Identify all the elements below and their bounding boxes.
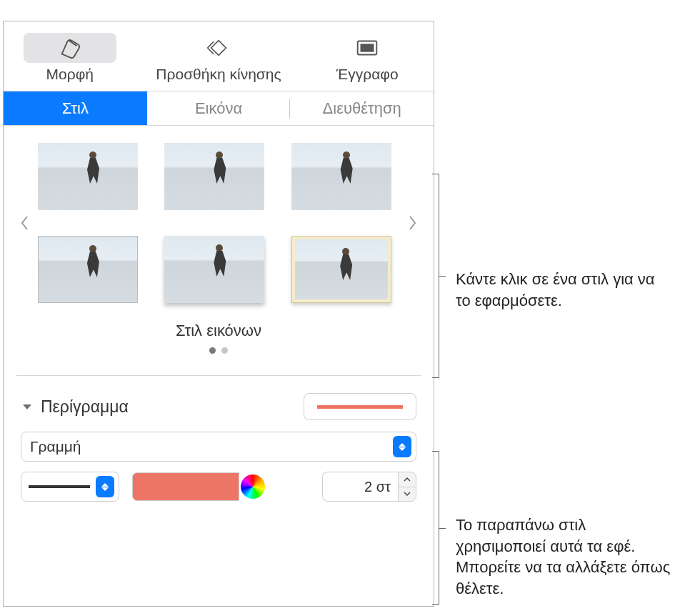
chevron-up-icon (404, 477, 411, 482)
border-width-stepper: 2 στ (322, 472, 416, 502)
format-tab[interactable]: Μορφή (24, 33, 116, 83)
border-title: Περίγραμμα (41, 397, 129, 417)
callout-bracket-2 (439, 451, 439, 605)
format-icon (24, 33, 116, 63)
stepper-up-button[interactable] (399, 472, 416, 487)
animate-tab[interactable]: Προσθήκη κίνησης (156, 33, 281, 83)
style-page-dots (16, 347, 421, 354)
tab-arrange[interactable]: Διευθέτηση (290, 91, 434, 125)
line-style-preview (29, 485, 90, 488)
callout-style-tip: Κάντε κλικ σε ένα στιλ για να το εφαρμόσ… (456, 269, 674, 311)
format-subtabs: Στιλ Εικόνα Διευθέτηση (4, 91, 434, 126)
image-style-picker: Στιλ εικόνων (4, 126, 434, 371)
style-section-title: Στιλ εικόνων (16, 322, 421, 340)
document-icon (321, 33, 414, 63)
border-disclosure[interactable]: Περίγραμμα (21, 397, 129, 417)
color-wheel-button[interactable] (241, 475, 265, 499)
border-type-value: Γραμμή (30, 438, 81, 455)
style-thumbnail-1[interactable] (38, 143, 138, 210)
border-width-value: 2 στ (364, 479, 391, 495)
style-thumbnail-6[interactable] (291, 236, 391, 303)
border-section: Περίγραμμα Γραμμή (4, 380, 434, 502)
page-dot-1[interactable] (209, 347, 216, 354)
select-caret-icon (96, 476, 114, 497)
format-tab-label: Μορφή (46, 66, 94, 83)
tab-style[interactable]: Στιλ (4, 91, 147, 125)
style-thumbnail-2[interactable] (164, 143, 264, 210)
style-thumbnail-grid (38, 143, 399, 303)
border-width-input[interactable]: 2 στ (322, 472, 398, 502)
border-style-swatch[interactable] (304, 393, 416, 420)
border-swatch-line (317, 405, 403, 409)
format-inspector-panel: Μορφή Προσθήκη κίνησης Έγγραφο Στιλ Εικό… (3, 21, 434, 607)
styles-next-button[interactable] (404, 180, 421, 266)
inspector-toolbar: Μορφή Προσθήκη κίνησης Έγγραφο (4, 21, 434, 91)
section-divider (16, 375, 421, 376)
document-tab-label: Έγγραφο (336, 66, 399, 83)
animate-icon (172, 33, 265, 63)
animate-tab-label: Προσθήκη κίνησης (156, 66, 281, 83)
styles-prev-button[interactable] (16, 180, 34, 266)
page-dot-2[interactable] (221, 347, 228, 354)
select-caret-icon (393, 436, 411, 457)
chevron-down-icon (21, 400, 34, 413)
style-thumbnail-4[interactable] (38, 236, 138, 303)
callout-bracket-1 (439, 174, 439, 378)
border-color-picker (132, 472, 265, 501)
border-type-select[interactable]: Γραμμή (21, 432, 416, 462)
stepper-down-button[interactable] (399, 487, 416, 502)
document-tab[interactable]: Έγγραφο (321, 33, 414, 83)
chevron-down-icon (404, 491, 411, 497)
style-thumbnail-5[interactable] (164, 236, 264, 303)
svg-rect-1 (361, 44, 374, 51)
line-style-select[interactable] (21, 472, 119, 502)
tab-image[interactable]: Εικόνα (147, 91, 291, 125)
callout-effects-tip: Το παραπάνω στιλ χρησιμοποιεί αυτά τα εφ… (456, 515, 677, 600)
style-thumbnail-3[interactable] (291, 143, 391, 210)
border-color-well[interactable] (132, 472, 239, 501)
